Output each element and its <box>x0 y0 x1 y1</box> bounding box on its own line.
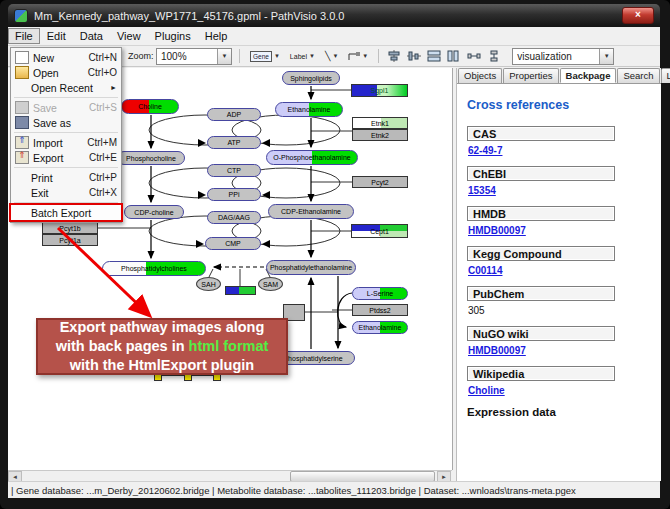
file-menu-item-print[interactable]: PrintCtrl+P <box>11 170 121 185</box>
file-menu-item-batch-export[interactable]: Batch Export <box>11 205 121 220</box>
export-icon <box>15 151 29 164</box>
pathway-node-sah[interactable]: SAH <box>196 277 221 291</box>
pathway-node-ctp[interactable]: CTP <box>207 164 261 177</box>
file-menu-item-import[interactable]: ImportCtrl+M <box>11 135 121 150</box>
file-menu-item-open[interactable]: OpenCtrl+O <box>11 65 121 80</box>
pathway-node-cdp-choline[interactable]: CDP-choline <box>124 205 184 219</box>
annotation-callout: Export pathway images along with back pa… <box>36 318 288 375</box>
close-button[interactable]: × <box>622 7 654 24</box>
annotation-text: with the HtmlExport plugin <box>70 357 254 373</box>
pathway-node-ppi[interactable]: PPi <box>207 188 261 201</box>
pathway-node-dag-aag[interactable]: DAG/AAG <box>207 211 261 224</box>
pathway-node-sam[interactable]: SAM <box>258 277 283 291</box>
pathway-node-cept1[interactable]: Cept1 <box>351 224 408 238</box>
pathway-node-unlabeled[interactable] <box>225 286 256 295</box>
pathway-node-etnk2[interactable]: Etnk2 <box>352 129 408 141</box>
file-menu: NewCtrl+NOpenCtrl+OOpen Recent►SaveCtrl+… <box>10 47 122 223</box>
title-bar[interactable]: Mm_Kennedy_pathway_WP1771_45176.gpml - P… <box>8 4 660 27</box>
pathway-node-choline[interactable]: Choline <box>121 99 179 114</box>
annotation-highlight: html format <box>189 338 269 354</box>
pathway-node-phosphocholine[interactable]: Phosphocholine <box>117 151 185 165</box>
pathway-node-ptdss2[interactable]: Ptdss2 <box>352 304 408 316</box>
open-folder-icon <box>15 66 29 79</box>
pathway-node-ethanolamine[interactable]: Ethanolamine <box>352 321 408 334</box>
file-menu-item-save[interactable]: SaveCtrl+S <box>11 100 121 115</box>
pathway-node-sphingolipids[interactable]: Sphingolipids <box>282 71 340 85</box>
new-file-icon <box>15 51 29 64</box>
menu-separator <box>14 202 118 203</box>
submenu-arrow-icon: ► <box>110 84 117 91</box>
file-menu-item-exit[interactable]: ExitCtrl+X <box>11 185 121 200</box>
pathway-node-pcyt1b[interactable]: Pcyt1b <box>42 222 98 234</box>
pathway-node-etnk1[interactable]: Etnk1 <box>352 117 408 129</box>
pathway-node-l-serine[interactable]: L-Serine <box>352 287 408 300</box>
pathway-node-cdp-ethanolamine[interactable]: CDP-Ethanolamine <box>268 204 354 219</box>
import-icon <box>15 136 29 149</box>
file-menu-item-new[interactable]: NewCtrl+N <box>11 50 121 65</box>
file-menu-item-export[interactable]: ExportCtrl+E <box>11 150 121 165</box>
tab-legend[interactable]: Legend <box>661 68 670 83</box>
menu-separator <box>14 97 118 98</box>
save-icon <box>15 101 29 114</box>
window-title: Mm_Kennedy_pathway_WP1771_45176.gpml - P… <box>34 10 344 22</box>
file-menu-item-open-recent[interactable]: Open Recent► <box>11 80 121 95</box>
file-menu-item-save-as[interactable]: Save as <box>11 115 121 130</box>
pathway-node-atp[interactable]: ATP <box>207 136 261 149</box>
pathway-node-cmp[interactable]: CMP <box>205 237 261 250</box>
pathway-node-o-phosphoethanolamine[interactable]: O-Phosphoethanolamine <box>266 150 358 165</box>
menu-separator <box>14 167 118 168</box>
pathway-node-pcyt1a[interactable]: Pcyt1a <box>42 234 98 246</box>
pathway-node-ethanolamine[interactable]: Ethanolamine <box>275 102 343 117</box>
pathway-node-phosphatidylcholines[interactable]: Phosphatidylcholines <box>102 261 206 276</box>
pathway-node-phosphatidylethanolamine[interactable]: Phosphatidylethanolamine <box>266 260 356 275</box>
pathway-node-pcyt2[interactable]: Pcyt2 <box>352 176 408 188</box>
save-as-icon <box>15 116 29 129</box>
pathway-node-sgpl1[interactable]: Sgpl1 <box>351 84 408 97</box>
application-window: Mm_Kennedy_pathway_WP1771_45176.gpml - P… <box>0 0 670 509</box>
app-body: FileEditDataViewPluginsHelp Zoom: 100% ▼… <box>8 27 660 498</box>
menu-separator <box>14 132 118 133</box>
pathway-node-adp[interactable]: ADP <box>207 108 261 121</box>
app-icon <box>14 9 28 23</box>
